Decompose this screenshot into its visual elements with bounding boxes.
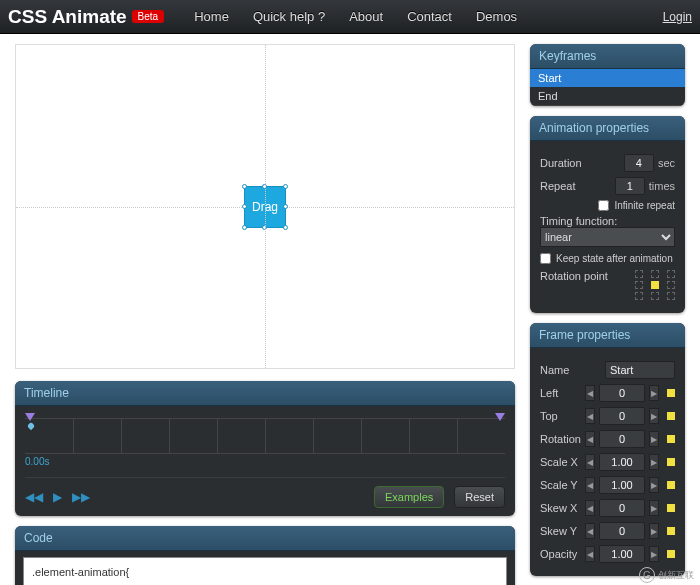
duration-unit: sec (658, 157, 675, 169)
nav-demos[interactable]: Demos (464, 9, 529, 24)
frame-properties-title: Frame properties (530, 323, 685, 348)
code-panel: Code .element-animation{ animation: anim… (15, 526, 515, 585)
resize-handle-r[interactable] (283, 204, 288, 209)
frame-Opacity-dec[interactable]: ◀ (585, 546, 595, 562)
frame-Skew X-keyed-icon[interactable] (667, 504, 675, 512)
keep-state-label: Keep state after animation (556, 253, 673, 264)
frame-name-label: Name (540, 364, 569, 376)
frame-Skew X-dec[interactable]: ◀ (585, 500, 595, 516)
repeat-label: Repeat (540, 180, 575, 192)
frame-Opacity-inc[interactable]: ▶ (649, 546, 659, 562)
frame-opacity-label: Opacity (540, 548, 577, 560)
frame-Rotation-keyed-icon[interactable] (667, 435, 675, 443)
frame-Rotation-inc[interactable]: ▶ (649, 431, 659, 447)
frame-Left-inc[interactable]: ▶ (649, 385, 659, 401)
play-button[interactable]: ▶ (53, 490, 62, 504)
watermark: G 创新互联 (639, 567, 694, 583)
timeline-panel: Timeline 0.00s ◀◀ ▶ ▶▶ (15, 381, 515, 516)
frame-Top-inc[interactable]: ▶ (649, 408, 659, 424)
frame-Skew X-inc[interactable]: ▶ (649, 500, 659, 516)
timeline-time: 0.00s (25, 456, 505, 467)
nav-quickhelp[interactable]: Quick help ? (241, 9, 337, 24)
rewind-button[interactable]: ◀◀ (25, 490, 43, 504)
frame-properties-panel: Frame properties Name Left◀▶Top◀▶Rotatio… (530, 323, 685, 576)
watermark-icon: G (639, 567, 655, 583)
frame-scalex-label: Scale X (540, 456, 578, 468)
frame-scaley-label: Scale Y (540, 479, 578, 491)
frame-Skew Y-inc[interactable]: ▶ (649, 523, 659, 539)
code-output[interactable]: .element-animation{ animation: animation… (23, 557, 507, 585)
frame-Skew Y-keyed-icon[interactable] (667, 527, 675, 535)
keyframe-item-end[interactable]: End (530, 87, 685, 106)
resize-handle-tr[interactable] (283, 184, 288, 189)
timing-function-select[interactable]: linear (540, 227, 675, 247)
frame-Scale Y-inc[interactable]: ▶ (649, 477, 659, 493)
frame-Left-input[interactable] (599, 384, 645, 402)
repeat-unit: times (649, 180, 675, 192)
keyframe-marker-end[interactable] (495, 413, 505, 421)
nav-about[interactable]: About (337, 9, 395, 24)
infinite-repeat-checkbox[interactable] (598, 200, 609, 211)
frame-Top-dec[interactable]: ◀ (585, 408, 595, 424)
duration-label: Duration (540, 157, 582, 169)
nav-home[interactable]: Home (182, 9, 241, 24)
resize-handle-bl[interactable] (242, 225, 247, 230)
frame-Skew Y-input[interactable] (599, 522, 645, 540)
frame-Skew X-input[interactable] (599, 499, 645, 517)
frame-Left-dec[interactable]: ◀ (585, 385, 595, 401)
frame-Top-input[interactable] (599, 407, 645, 425)
logo-text: CSS Animate (8, 6, 127, 28)
keyframes-panel: Keyframes Start End (530, 44, 685, 106)
repeat-input[interactable] (615, 177, 645, 195)
frame-Scale X-input[interactable] (599, 453, 645, 471)
playhead[interactable] (27, 422, 35, 430)
frame-Scale Y-dec[interactable]: ◀ (585, 477, 595, 493)
frame-top-label: Top (540, 410, 558, 422)
frame-Scale X-keyed-icon[interactable] (667, 458, 675, 466)
examples-button[interactable]: Examples (374, 486, 444, 508)
resize-handle-l[interactable] (242, 204, 247, 209)
keyframe-marker-start[interactable] (25, 413, 35, 421)
login-link[interactable]: Login (663, 10, 692, 24)
frame-Rotation-input[interactable] (599, 430, 645, 448)
frame-Scale X-inc[interactable]: ▶ (649, 454, 659, 470)
watermark-text: 创新互联 (658, 569, 694, 582)
drag-element[interactable]: Drag (244, 186, 286, 228)
topbar: CSS Animate Beta Home Quick help ? About… (0, 0, 700, 34)
frame-Scale Y-input[interactable] (599, 476, 645, 494)
frame-Scale Y-keyed-icon[interactable] (667, 481, 675, 489)
resize-handle-tl[interactable] (242, 184, 247, 189)
frame-Left-keyed-icon[interactable] (667, 389, 675, 397)
frame-Top-keyed-icon[interactable] (667, 412, 675, 420)
frame-skewx-label: Skew X (540, 502, 577, 514)
keep-state-checkbox[interactable] (540, 253, 551, 264)
rotation-point-picker[interactable] (635, 270, 675, 300)
code-title: Code (15, 526, 515, 551)
frame-Scale X-dec[interactable]: ◀ (585, 454, 595, 470)
rotation-point-label: Rotation point (540, 270, 608, 282)
animation-canvas[interactable]: Drag (15, 44, 515, 369)
frame-Opacity-input[interactable] (599, 545, 645, 563)
keyframe-item-start[interactable]: Start (530, 69, 685, 87)
frame-rotation-label: Rotation (540, 433, 581, 445)
frame-left-label: Left (540, 387, 558, 399)
resize-handle-b[interactable] (262, 225, 267, 230)
keyframes-title: Keyframes (530, 44, 685, 69)
resize-handle-br[interactable] (283, 225, 288, 230)
beta-badge: Beta (132, 10, 165, 23)
animation-properties-title: Animation properties (530, 116, 685, 141)
timing-function-label: Timing function: (540, 215, 675, 227)
resize-handle-t[interactable] (262, 184, 267, 189)
frame-Rotation-dec[interactable]: ◀ (585, 431, 595, 447)
frame-Opacity-keyed-icon[interactable] (667, 550, 675, 558)
duration-input[interactable] (624, 154, 654, 172)
forward-button[interactable]: ▶▶ (72, 490, 90, 504)
logo: CSS Animate Beta (8, 6, 164, 28)
timeline-track[interactable] (25, 418, 505, 454)
drag-label: Drag (252, 200, 278, 214)
frame-name-input[interactable] (605, 361, 675, 379)
nav-contact[interactable]: Contact (395, 9, 464, 24)
frame-Skew Y-dec[interactable]: ◀ (585, 523, 595, 539)
reset-button[interactable]: Reset (454, 486, 505, 508)
animation-properties-panel: Animation properties Duration sec Repeat… (530, 116, 685, 313)
